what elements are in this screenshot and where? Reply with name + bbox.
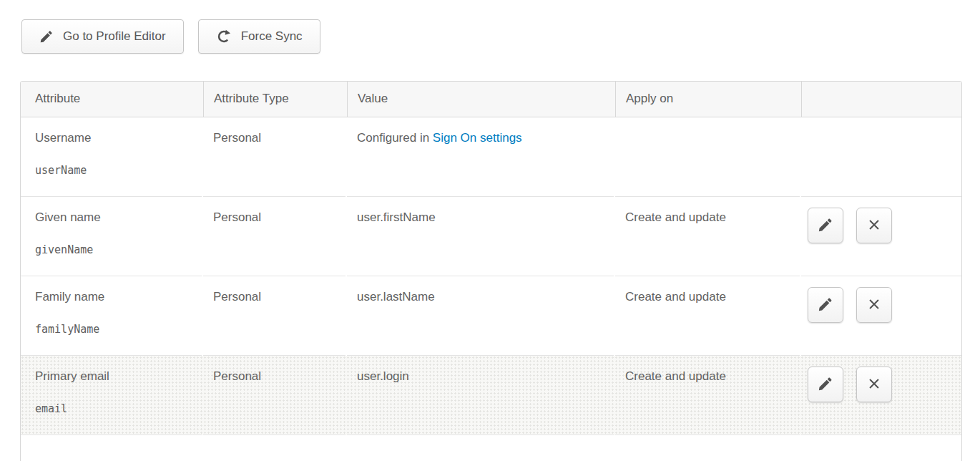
table-row: Given name givenName Personal user.first… <box>21 197 961 276</box>
attribute-variable-name: email <box>35 402 192 415</box>
edit-attribute-button[interactable] <box>808 208 843 243</box>
delete-attribute-button[interactable] <box>856 208 892 243</box>
value-prefix: Configured in <box>357 131 433 145</box>
go-to-profile-editor-label: Go to Profile Editor <box>63 29 166 44</box>
apply-on-cell <box>615 117 800 197</box>
force-sync-label: Force Sync <box>241 29 303 44</box>
delete-x-icon <box>866 217 882 235</box>
attribute-label: Family name <box>35 290 192 304</box>
actions-cell <box>801 356 961 435</box>
refresh-icon <box>216 29 232 44</box>
attribute-label: Username <box>35 131 192 145</box>
attribute-cell: Given name givenName <box>21 197 202 276</box>
delete-x-icon <box>866 296 882 314</box>
table-header: Attribute Attribute Type Value Apply on <box>21 82 961 117</box>
edit-pencil-icon <box>818 296 833 314</box>
force-sync-button[interactable]: Force Sync <box>198 19 320 54</box>
apply-on-cell: Create and update <box>615 356 800 435</box>
table-row: Username userName Personal Configured in… <box>21 117 961 197</box>
attribute-type-cell: Personal <box>203 117 346 197</box>
column-header-attribute-type: Attribute Type <box>203 82 346 117</box>
delete-attribute-button[interactable] <box>856 367 892 402</box>
actions-cell <box>801 117 961 197</box>
column-header-attribute: Attribute <box>21 82 202 117</box>
attribute-label: Primary email <box>35 369 192 384</box>
attribute-type-cell: Personal <box>203 276 346 356</box>
toolbar: Go to Profile Editor Force Sync <box>21 19 320 54</box>
table-row: Family name familyName Personal user.las… <box>21 276 961 356</box>
table-row-partial <box>21 435 961 461</box>
go-to-profile-editor-button[interactable]: Go to Profile Editor <box>21 19 184 54</box>
column-header-value: Value <box>347 82 614 117</box>
attribute-type-cell: Personal <box>203 197 346 276</box>
value-cell: Configured in Sign On settings <box>347 117 614 197</box>
actions-cell <box>801 197 961 276</box>
table-row: Primary email email Personal user.login … <box>21 356 961 435</box>
attribute-variable-name: userName <box>35 164 192 177</box>
edit-pencil-icon <box>818 376 833 394</box>
apply-on-cell: Create and update <box>615 197 800 276</box>
attribute-cell: Username userName <box>21 117 202 197</box>
edit-attribute-button[interactable] <box>808 367 843 402</box>
attribute-variable-name: givenName <box>35 243 192 256</box>
edit-attribute-button[interactable] <box>808 287 843 323</box>
attribute-cell: Family name familyName <box>21 276 202 356</box>
attribute-mapping-table: Attribute Attribute Type Value Apply on … <box>20 81 962 461</box>
value-cell: user.login <box>347 356 614 435</box>
actions-cell <box>801 276 961 356</box>
attribute-type-cell: Personal <box>203 356 346 435</box>
apply-on-cell: Create and update <box>615 276 800 356</box>
delete-x-icon <box>866 376 882 394</box>
sign-on-settings-link[interactable]: Sign On settings <box>433 131 522 145</box>
attribute-variable-name: familyName <box>35 323 192 336</box>
delete-attribute-button[interactable] <box>856 287 892 323</box>
pencil-icon <box>39 29 54 44</box>
attribute-label: Given name <box>35 210 192 225</box>
value-cell: user.lastName <box>347 276 614 356</box>
column-header-apply-on: Apply on <box>615 82 800 117</box>
value-cell: user.firstName <box>347 197 614 276</box>
attribute-cell: Primary email email <box>21 356 202 435</box>
empty-row <box>21 435 961 461</box>
edit-pencil-icon <box>818 217 833 235</box>
column-header-actions <box>801 82 961 117</box>
